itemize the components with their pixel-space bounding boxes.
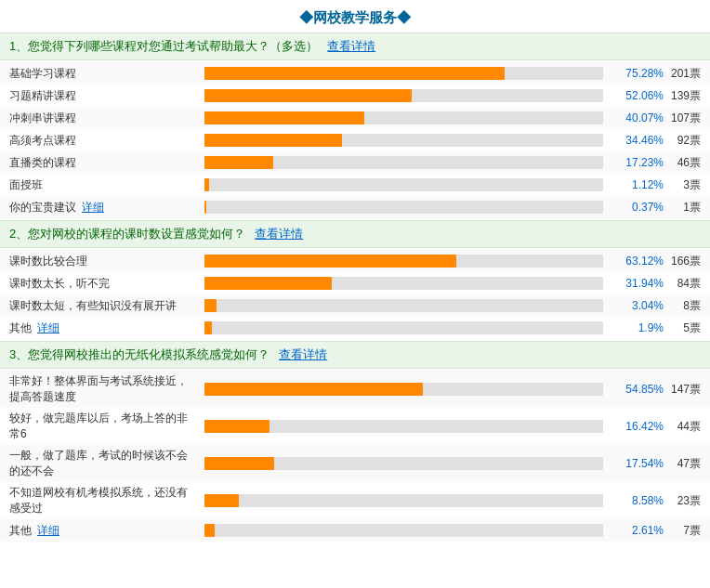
bar-container [204, 494, 603, 507]
row-label: 你的宝贵建议详细 [9, 200, 195, 216]
bar-container [204, 277, 603, 290]
bar-container [204, 67, 603, 80]
bar-fill [204, 111, 364, 124]
row-percent: 52.06% [612, 89, 664, 102]
section-table-2: 课时数比较合理63.12%166票课时数太长，听不完31.94%84票课时数太短… [0, 248, 710, 341]
row-votes: 139票 [664, 88, 701, 104]
bar-container [204, 457, 603, 470]
table-row: 课时数比较合理63.12%166票 [0, 250, 710, 272]
row-label: 课时数太短，有些知识没有展开讲 [9, 298, 195, 314]
table-row: 课时数太长，听不完31.94%84票 [0, 272, 710, 294]
table-row: 面授班1.12%3票 [0, 174, 710, 196]
bar-container [204, 420, 603, 433]
row-percent: 34.46% [612, 134, 664, 147]
bar-container [204, 89, 603, 102]
row-percent: 16.42% [612, 420, 664, 433]
bar-fill [204, 494, 239, 507]
bar-fill [204, 89, 412, 102]
bar-container [204, 524, 603, 537]
section-table-3: 非常好！整体界面与考试系统接近，提高答题速度54.85%147票较好，做完题库以… [0, 369, 710, 543]
table-row: 较好，做完题库以后，考场上答的非常616.42%44票 [0, 408, 710, 445]
row-votes: 47票 [664, 456, 701, 472]
bar-fill [204, 201, 206, 214]
row-percent: 3.04% [612, 299, 664, 312]
row-votes: 5票 [664, 320, 701, 336]
row-percent: 54.85% [612, 383, 664, 396]
bar-fill [204, 134, 342, 147]
bar-fill [204, 67, 505, 80]
bar-fill [204, 178, 209, 191]
row-votes: 166票 [664, 254, 701, 269]
table-row: 习题精讲课程52.06%139票 [0, 85, 710, 107]
bar-fill [204, 299, 217, 312]
row-percent: 0.37% [612, 201, 664, 214]
row-label: 面授班 [9, 177, 195, 193]
row-percent: 40.07% [612, 111, 664, 124]
bar-container [204, 383, 603, 396]
table-row: 其他详细2.61%7票 [0, 519, 710, 542]
row-percent: 31.94% [612, 277, 664, 290]
section-detail-link-1[interactable]: 查看详情 [327, 39, 375, 53]
bar-fill [204, 156, 273, 169]
table-row: 不知道网校有机考模拟系统，还没有感受过8.58%23票 [0, 482, 710, 519]
bar-container [204, 134, 603, 147]
table-row: 基础学习课程75.28%201票 [0, 62, 710, 85]
row-percent: 8.58% [612, 494, 664, 507]
row-label: 不知道网校有机考模拟系统，还没有感受过 [9, 485, 195, 516]
table-row: 一般，做了题库，考试的时候该不会的还不会17.54%47票 [0, 445, 710, 482]
table-row: 高须考点课程34.46%92票 [0, 129, 710, 151]
section-label-2: 2、您对网校的课程的课时数设置感觉如何？ [9, 227, 245, 241]
bar-fill [204, 383, 423, 396]
section-detail-link-3[interactable]: 查看详情 [279, 347, 327, 361]
row-label: 高须考点课程 [9, 133, 195, 149]
bar-fill [204, 457, 274, 470]
bar-container [204, 299, 603, 312]
section-label-3: 3、您觉得网校推出的无纸化模拟系统感觉如何？ [9, 347, 270, 361]
bar-container [204, 178, 603, 191]
row-votes: 23票 [664, 493, 701, 509]
row-label: 一般，做了题库，考试的时候该不会的还不会 [9, 448, 195, 479]
section-header-1: 1、您觉得下列哪些课程对您通过考试帮助最大？（多选）查看详情 [0, 33, 710, 60]
bar-container [204, 156, 603, 169]
row-percent: 75.28% [612, 67, 664, 80]
bar-fill [204, 255, 456, 268]
row-votes: 92票 [664, 133, 701, 149]
row-percent: 1.12% [612, 178, 664, 191]
bar-fill [204, 321, 212, 334]
bar-container [204, 255, 603, 268]
row-votes: 1票 [664, 200, 701, 216]
row-label: 直播类的课程 [9, 155, 195, 171]
table-row: 冲刺串讲课程40.07%107票 [0, 107, 710, 129]
row-votes: 46票 [664, 155, 701, 171]
row-votes: 3票 [664, 177, 701, 193]
bar-fill [204, 524, 215, 537]
row-votes: 7票 [664, 523, 701, 539]
row-votes: 147票 [664, 382, 701, 398]
table-row: 你的宝贵建议详细0.37%1票 [0, 196, 710, 218]
row-label: 其他详细 [9, 320, 195, 336]
table-row: 其他详细1.9%5票 [0, 317, 710, 339]
row-label: 其他详细 [9, 523, 195, 539]
row-detail-link[interactable]: 详细 [37, 524, 59, 537]
row-detail-link[interactable]: 详细 [82, 201, 104, 214]
bar-container [204, 111, 603, 124]
table-row: 课时数太短，有些知识没有展开讲3.04%8票 [0, 294, 710, 317]
row-label: 习题精讲课程 [9, 88, 195, 104]
row-votes: 107票 [664, 111, 701, 126]
row-label: 非常好！整体界面与考试系统接近，提高答题速度 [9, 373, 195, 405]
table-row: 直播类的课程17.23%46票 [0, 151, 710, 174]
row-label: 课时数比较合理 [9, 254, 195, 269]
section-detail-link-2[interactable]: 查看详情 [255, 227, 303, 241]
section-label-1: 1、您觉得下列哪些课程对您通过考试帮助最大？（多选） [9, 39, 318, 53]
section-header-2: 2、您对网校的课程的课时数设置感觉如何？查看详情 [0, 220, 710, 248]
row-percent: 2.61% [612, 524, 664, 537]
page-title: ◆网校教学服务◆ [0, 0, 710, 33]
row-votes: 84票 [664, 276, 701, 292]
row-percent: 1.9% [612, 321, 664, 334]
row-detail-link[interactable]: 详细 [37, 321, 59, 334]
row-percent: 17.54% [612, 457, 664, 470]
section-table-1: 基础学习课程75.28%201票习题精讲课程52.06%139票冲刺串讲课程40… [0, 60, 710, 220]
table-row: 非常好！整体界面与考试系统接近，提高答题速度54.85%147票 [0, 371, 710, 408]
row-label: 冲刺串讲课程 [9, 111, 195, 126]
row-label: 基础学习课程 [9, 66, 195, 82]
